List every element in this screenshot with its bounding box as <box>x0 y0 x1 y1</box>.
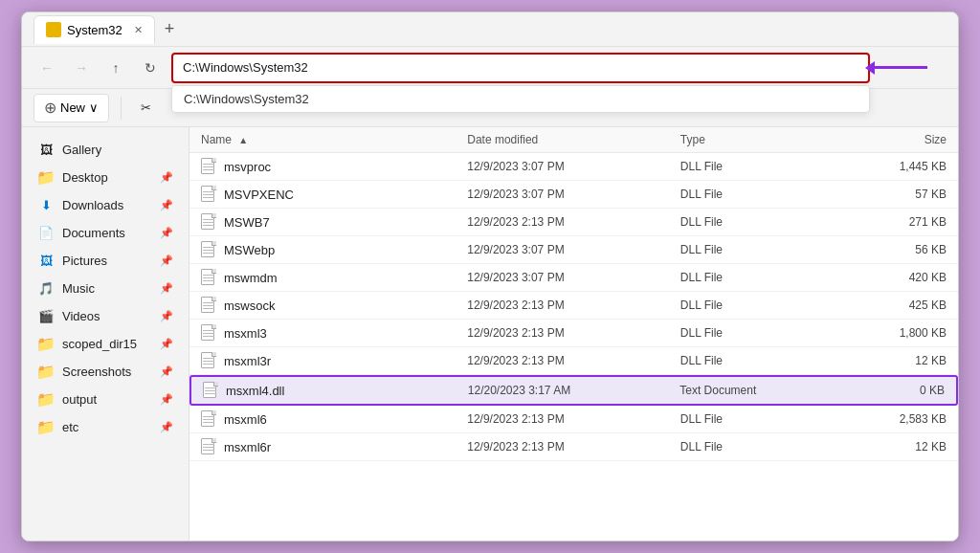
table-row[interactable]: msxml3r 12/9/2023 2:13 PM DLL File 12 KB <box>189 347 958 375</box>
desktop-icon: 📁 <box>37 168 55 186</box>
etc-icon: 📁 <box>37 418 55 435</box>
file-type: DLL File <box>680 188 840 201</box>
table-row[interactable]: MSVPXENC 12/9/2023 3:07 PM DLL File 57 K… <box>189 181 958 209</box>
file-type: DLL File <box>680 412 840 426</box>
table-row[interactable]: msxml3 12/9/2023 2:13 PM DLL File 1,800 … <box>189 320 958 347</box>
toolbar: ← → ↑ ↻ C:\Windows\System32 <box>22 47 958 89</box>
file-name: MSVPXENC <box>224 188 294 202</box>
pictures-pin-icon: 📌 <box>160 254 173 267</box>
sidebar-item-etc[interactable]: 📁 etc 📌 <box>26 413 185 440</box>
sort-asc-icon: ▲ <box>238 135 248 145</box>
file-size: 425 KB <box>840 299 947 312</box>
back-button[interactable]: ← <box>33 55 60 81</box>
sidebar-label-etc: etc <box>62 420 78 434</box>
sidebar-item-documents[interactable]: 📄 Documents 📌 <box>26 219 185 246</box>
sidebar-item-downloads[interactable]: ⬇ Downloads 📌 <box>26 191 185 218</box>
documents-pin-icon: 📌 <box>160 227 173 239</box>
column-header-size[interactable]: Size <box>840 133 947 146</box>
file-size: 56 KB <box>840 243 947 256</box>
sidebar-item-gallery[interactable]: 🖼 Gallery <box>26 136 185 163</box>
file-date: 12/9/2023 2:13 PM <box>467 326 680 340</box>
file-icon <box>201 186 216 203</box>
table-row[interactable]: MSWebp 12/9/2023 3:07 PM DLL File 56 KB <box>189 236 958 264</box>
file-date: 12/9/2023 2:13 PM <box>467 299 680 312</box>
explorer-window: System32 ✕ + ← → ↑ ↻ C:\Windows\Sys <box>21 11 959 542</box>
file-icon <box>201 438 216 455</box>
sidebar: 🖼 Gallery 📁 Desktop 📌 ⬇ Downloads 📌 📄 Do… <box>22 127 189 541</box>
sidebar-label-screenshots: Screenshots <box>62 365 131 379</box>
sidebar-label-documents: Documents <box>62 226 125 240</box>
sidebar-item-scoped-dir15[interactable]: 📁 scoped_dir15 📌 <box>26 330 185 357</box>
file-type: DLL File <box>680 326 840 340</box>
title-bar: System32 ✕ + <box>22 12 958 47</box>
file-date: 12/9/2023 2:13 PM <box>467 354 680 367</box>
etc-pin-icon: 📌 <box>160 421 173 433</box>
output-pin-icon: 📌 <box>160 393 173 406</box>
sidebar-item-pictures[interactable]: 🖼 Pictures 📌 <box>26 247 185 274</box>
table-row[interactable]: msxml6 12/9/2023 2:13 PM DLL File 2,583 … <box>189 406 958 433</box>
sidebar-label-music: Music <box>62 281 95 296</box>
scoped-dir15-icon: 📁 <box>37 335 55 352</box>
tab-folder-icon <box>46 22 61 37</box>
file-icon <box>201 324 216 342</box>
table-row[interactable]: mswmdm 12/9/2023 3:07 PM DLL File 420 KB <box>189 264 958 292</box>
tab-close-button[interactable]: ✕ <box>134 24 143 36</box>
file-icon <box>201 213 216 231</box>
file-size: 1,800 KB <box>840 326 947 340</box>
new-button[interactable]: ⊕ New ∨ <box>33 94 109 122</box>
table-row[interactable]: mswsock 12/9/2023 2:13 PM DLL File 425 K… <box>189 292 958 320</box>
sidebar-label-desktop: Desktop <box>62 170 108 185</box>
address-bar-wrapper: C:\Windows\System32 <box>171 53 870 83</box>
sidebar-item-desktop[interactable]: 📁 Desktop 📌 <box>26 164 185 190</box>
sidebar-item-music[interactable]: 🎵 Music 📌 <box>26 275 185 301</box>
table-row[interactable]: msvproc 12/9/2023 3:07 PM DLL File 1,445… <box>189 153 958 181</box>
file-icon <box>201 352 216 369</box>
column-header-name[interactable]: Name ▲ <box>201 133 467 146</box>
cut-button[interactable]: ✂ <box>133 97 159 119</box>
file-icon <box>201 241 216 258</box>
file-size: 1,445 KB <box>840 160 947 173</box>
arrow-head <box>865 61 875 75</box>
sidebar-item-screenshots[interactable]: 📁 Screenshots 📌 <box>26 358 185 385</box>
address-arrow-annotation <box>867 61 927 75</box>
output-icon: 📁 <box>37 390 55 408</box>
column-header-type[interactable]: Type <box>680 133 840 146</box>
sidebar-item-videos[interactable]: 🎬 Videos 📌 <box>26 302 185 329</box>
music-icon: 🎵 <box>37 279 55 297</box>
file-date: 12/9/2023 3:07 PM <box>467 243 680 256</box>
file-size: 271 KB <box>840 215 947 229</box>
file-icon <box>201 410 216 428</box>
file-size: 2,583 KB <box>840 412 947 426</box>
address-suggestion[interactable]: C:\Windows\System32 <box>171 85 870 113</box>
file-icon <box>201 297 216 314</box>
file-size: 57 KB <box>840 188 947 201</box>
file-date: 12/9/2023 3:07 PM <box>467 271 680 284</box>
sidebar-item-output[interactable]: 📁 output 📌 <box>26 386 185 412</box>
file-name: msvproc <box>224 160 271 174</box>
table-row[interactable]: msxml4.dll 12/20/2023 3:17 AM Text Docum… <box>189 375 958 406</box>
file-name: msxml3 <box>224 326 267 341</box>
active-tab[interactable]: System32 ✕ <box>33 15 155 44</box>
file-size: 0 KB <box>838 384 945 397</box>
ribbon-separator <box>121 97 122 120</box>
table-row[interactable]: msxml6r 12/9/2023 2:13 PM DLL File 12 KB <box>189 433 958 461</box>
file-date: 12/9/2023 3:07 PM <box>467 160 680 173</box>
table-row[interactable]: MSWB7 12/9/2023 2:13 PM DLL File 271 KB <box>189 209 958 236</box>
file-icon <box>203 382 218 399</box>
screenshots-icon: 📁 <box>37 363 55 380</box>
tab-title: System32 <box>67 23 122 37</box>
new-tab-button[interactable]: + <box>159 19 181 39</box>
refresh-button[interactable]: ↻ <box>137 55 164 81</box>
plus-icon: ⊕ <box>44 99 56 117</box>
file-list: Name ▲ Date modified Type Size <box>189 127 958 541</box>
scoped-dir15-pin-icon: 📌 <box>160 338 173 350</box>
address-bar-input[interactable] <box>171 53 870 83</box>
column-header-date[interactable]: Date modified <box>467 133 680 146</box>
file-name: msxml4.dll <box>226 384 284 398</box>
up-button[interactable]: ↑ <box>102 55 129 81</box>
pictures-icon: 🖼 <box>37 252 55 269</box>
forward-button[interactable]: → <box>68 55 95 81</box>
back-icon: ← <box>40 60 54 76</box>
sidebar-label-downloads: Downloads <box>62 198 123 212</box>
file-date: 12/9/2023 3:07 PM <box>467 188 680 201</box>
